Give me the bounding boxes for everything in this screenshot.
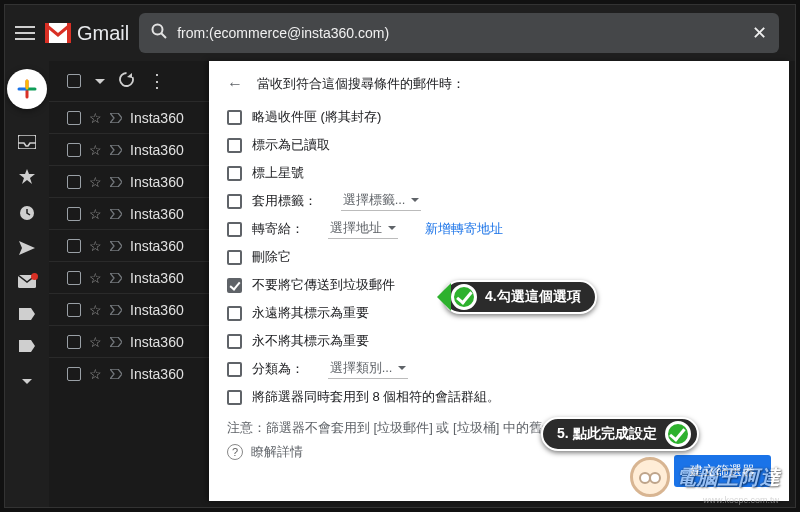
importance-icon[interactable] [110,206,122,222]
lbl-delete: 刪除它 [252,248,291,266]
row-checkbox[interactable] [67,335,81,349]
chk-never-important[interactable] [227,334,242,349]
star-icon[interactable]: ☆ [89,110,102,126]
clear-search-icon[interactable]: ✕ [752,22,767,44]
sender-name: Insta360 [130,302,184,318]
app-header: Gmail from:(ecommerce@insta360.com) ✕ [5,5,795,61]
expand-icon[interactable] [22,372,32,390]
mail-list: ⋮ ☆Insta360☆Insta360☆Insta360☆Insta360☆I… [49,61,209,507]
chk-mark-read[interactable] [227,138,242,153]
callout-5: 5. 點此完成設定 [541,417,699,451]
star-icon[interactable]: ☆ [89,270,102,286]
mail-row[interactable]: ☆Insta360 [49,325,209,357]
label-icon-1[interactable] [19,308,35,320]
star-icon[interactable]: ☆ [89,206,102,222]
row-checkbox[interactable] [67,175,81,189]
mail-row[interactable]: ☆Insta360 [49,101,209,133]
row-checkbox[interactable] [67,367,81,381]
lbl-never-important: 永不將其標示為重要 [252,332,369,350]
svg-marker-18 [19,340,35,352]
mail-row[interactable]: ☆Insta360 [49,293,209,325]
star-icon[interactable]: ☆ [89,174,102,190]
star-icon[interactable] [19,169,35,185]
svg-marker-23 [110,209,122,219]
learn-more-link[interactable]: 瞭解詳情 [251,443,303,461]
chk-forward[interactable] [227,222,242,237]
callout-5-text: 5. 點此完成設定 [557,425,657,443]
mail-row[interactable]: ☆Insta360 [49,261,209,293]
star-icon[interactable]: ☆ [89,366,102,382]
row-checkbox[interactable] [67,207,81,221]
importance-icon[interactable] [110,302,122,318]
lbl-star: 標上星號 [252,164,304,182]
row-checkbox[interactable] [67,143,81,157]
inbox-icon[interactable] [18,135,36,149]
sent-icon[interactable] [19,241,35,255]
search-bar[interactable]: from:(ecommerce@insta360.com) ✕ [139,13,779,53]
help-icon[interactable]: ? [227,444,243,460]
callout-4-text: 4.勾選這個選項 [485,288,581,306]
importance-icon[interactable] [110,366,122,382]
category-select[interactable]: 選擇類別... [328,359,409,379]
gmail-logo[interactable]: Gmail [45,22,139,45]
snoozed-icon[interactable] [19,205,35,221]
label-icon-2[interactable] [19,340,35,352]
lbl-categorize: 分類為： [252,360,304,378]
svg-marker-20 [110,113,122,123]
row-checkbox[interactable] [67,271,81,285]
svg-marker-27 [110,337,122,347]
sender-name: Insta360 [130,142,184,158]
compose-button[interactable] [7,69,47,109]
svg-marker-24 [110,241,122,251]
select-all-checkbox[interactable] [67,74,81,88]
brand-text: Gmail [77,22,129,45]
lbl-skip-inbox: 略過收件匣 (將其封存) [252,108,381,126]
mail-row[interactable]: ☆Insta360 [49,357,209,389]
svg-marker-26 [110,305,122,315]
mail-icon[interactable] [18,275,36,288]
select-dropdown-icon[interactable] [95,79,105,89]
chk-always-important[interactable] [227,306,242,321]
star-icon[interactable]: ☆ [89,302,102,318]
importance-icon[interactable] [110,270,122,286]
gmail-icon [45,23,71,43]
search-icon [151,23,167,43]
importance-icon[interactable] [110,142,122,158]
mail-row[interactable]: ☆Insta360 [49,133,209,165]
back-icon[interactable]: ← [227,75,243,93]
forward-select[interactable]: 選擇地址 [328,219,398,239]
mail-row[interactable]: ☆Insta360 [49,197,209,229]
row-checkbox[interactable] [67,303,81,317]
chk-delete[interactable] [227,250,242,265]
check-badge-icon [451,284,477,310]
create-filter-button[interactable]: 建立篩選器 [674,455,771,487]
row-checkbox[interactable] [67,239,81,253]
importance-icon[interactable] [110,334,122,350]
mail-row[interactable]: ☆Insta360 [49,229,209,261]
star-icon[interactable]: ☆ [89,142,102,158]
svg-line-7 [161,33,166,38]
chk-categorize[interactable] [227,362,242,377]
search-query: from:(ecommerce@insta360.com) [177,25,752,41]
row-checkbox[interactable] [67,111,81,125]
importance-icon[interactable] [110,238,122,254]
chk-skip-inbox[interactable] [227,110,242,125]
refresh-icon[interactable] [119,72,134,91]
sender-name: Insta360 [130,334,184,350]
svg-marker-19 [127,73,132,78]
chk-apply-label[interactable] [227,194,242,209]
chk-also-apply[interactable] [227,390,242,405]
sender-name: Insta360 [130,174,184,190]
label-select[interactable]: 選擇標籤... [341,191,422,211]
importance-icon[interactable] [110,174,122,190]
importance-icon[interactable] [110,110,122,126]
star-icon[interactable]: ☆ [89,238,102,254]
svg-marker-25 [110,273,122,283]
menu-icon[interactable] [5,26,45,40]
mail-row[interactable]: ☆Insta360 [49,165,209,197]
chk-never-spam[interactable] [227,278,242,293]
star-icon[interactable]: ☆ [89,334,102,350]
sender-name: Insta360 [130,238,184,254]
chk-star[interactable] [227,166,242,181]
add-forward-link[interactable]: 新增轉寄地址 [425,220,503,238]
